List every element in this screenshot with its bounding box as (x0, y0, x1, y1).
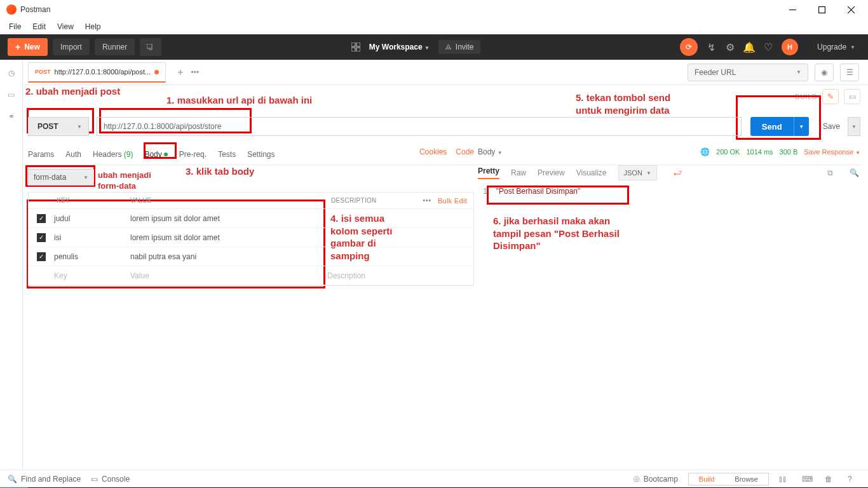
invite-icon: ⩓ (445, 43, 452, 51)
wrap-icon[interactable]: ⮐ (668, 165, 686, 180)
response-format-select[interactable]: JSON▼ (618, 165, 657, 180)
help-icon[interactable]: ? (848, 475, 860, 484)
svg-rect-4 (147, 44, 152, 48)
sync-button[interactable]: ⟳ (680, 38, 698, 56)
col-value: VALUE (130, 197, 327, 204)
window-titlebar: Postman (0, 0, 868, 19)
status-ok: 200 OK (716, 148, 740, 156)
tab-params[interactable]: Params (28, 150, 54, 163)
tab-prereq[interactable]: Pre-req. (179, 150, 207, 163)
favorite-icon[interactable]: ♡ (763, 41, 774, 53)
console-button[interactable]: ▭Console (91, 475, 130, 484)
menu-bar: File Edit View Help (0, 19, 868, 34)
bootcamp-icon: ⦾ (634, 475, 640, 484)
table-row-empty[interactable]: Key Value Description (29, 266, 473, 285)
settings-icon[interactable]: ⚙ (724, 41, 736, 53)
body-type-select[interactable]: form-data▼ (28, 169, 94, 186)
copy-icon[interactable]: ⧉ (824, 166, 836, 179)
tab-auth[interactable]: Auth (65, 150, 81, 163)
runner-button[interactable]: Runner (95, 39, 135, 55)
tab-headers[interactable]: Headers (9) (93, 150, 133, 163)
save-button[interactable]: Save (815, 117, 848, 136)
annotation-6: 6. jika berhasil maka akantampil pesan "… (493, 215, 620, 252)
upgrade-button[interactable]: Upgrade▼ (812, 39, 860, 55)
table-row[interactable]: ✓ judul lorem ipsum sit dolor amet (29, 209, 473, 228)
annotation-4: ubah menjadiform-data (98, 170, 151, 192)
find-replace-button[interactable]: 🔍Find and Replace (8, 475, 81, 484)
env-settings-button[interactable]: ☰ (840, 64, 859, 81)
annotation-3: 3. klik tab body (186, 165, 254, 178)
apis-icon[interactable]: ⚭ (8, 112, 15, 121)
bulk-edit-link[interactable]: Bulk Edit (438, 197, 473, 205)
row-checkbox[interactable]: ✓ (37, 214, 46, 223)
cookies-link[interactable]: Cookies (419, 147, 447, 156)
url-input[interactable]: http://127.0.0.1:8000/api/post/store (97, 117, 742, 136)
form-data-table: KEY VALUE DESCRIPTION ••• Bulk Edit ✓ ju… (28, 192, 474, 286)
response-body-label[interactable]: Body ▼ (478, 147, 503, 156)
svg-rect-5 (351, 43, 355, 46)
request-tab[interactable]: POST http://127.0.0.1:8000/api/post... (28, 62, 166, 83)
menu-edit[interactable]: Edit (29, 21, 50, 32)
window-title: Postman (20, 5, 778, 14)
table-row[interactable]: ✓ penulis nabil putra esa yani (29, 247, 473, 266)
body-active-dot-icon (164, 152, 168, 156)
history-icon[interactable]: ◷ (8, 69, 15, 78)
window-minimize[interactable] (778, 0, 807, 19)
capture-icon[interactable]: ↯ (705, 41, 717, 53)
new-tab-button[interactable]: + (173, 67, 187, 78)
send-button[interactable]: Send (750, 117, 794, 136)
window-close[interactable] (836, 0, 865, 19)
menu-file[interactable]: File (5, 21, 25, 32)
response-text: "Post Berhasil Disimpan" (496, 187, 581, 196)
tab-tests[interactable]: Tests (218, 150, 236, 163)
keyboard-icon[interactable]: ⌨ (802, 475, 815, 484)
import-button[interactable]: Import (53, 39, 90, 55)
col-desc: DESCRIPTION (327, 197, 416, 204)
tab-settings[interactable]: Settings (247, 150, 275, 163)
two-pane-icon[interactable]: ⫿⫿ (779, 475, 792, 484)
resp-tab-raw[interactable]: Raw (511, 168, 526, 177)
window-maximize[interactable] (807, 0, 836, 19)
save-response-link[interactable]: Save Response ▼ (804, 148, 860, 156)
workspace-dropdown[interactable]: My Workspace ▼ (369, 43, 430, 51)
tab-body[interactable]: Body (144, 150, 167, 163)
resp-tab-pretty[interactable]: Pretty (478, 166, 499, 179)
app-icon (6, 4, 17, 15)
notifications-icon[interactable]: 🔔 (743, 41, 755, 53)
svg-rect-7 (351, 48, 355, 51)
bootcamp-button[interactable]: ⦾Bootcamp (634, 475, 678, 484)
menu-help[interactable]: Help (81, 21, 105, 32)
globe-icon[interactable]: 🌐 (700, 147, 710, 156)
code-link[interactable]: Code (456, 147, 474, 156)
edit-icon[interactable]: ✎ (822, 89, 839, 104)
status-time: 1014 ms (746, 148, 773, 156)
table-row[interactable]: ✓ isi lorem ipsum sit dolor amet (29, 228, 473, 247)
left-rail: ◷ ▭ ⚭ (0, 60, 23, 470)
new-button[interactable]: +New (8, 38, 48, 56)
search-icon[interactable]: 🔍 (848, 166, 860, 179)
resp-tab-visualize[interactable]: Visualize (576, 168, 607, 177)
row-checkbox[interactable]: ✓ (37, 233, 46, 242)
status-size: 300 B (780, 148, 798, 156)
request-tab-strip: POST http://127.0.0.1:8000/api/post... +… (23, 60, 868, 85)
console-icon: ▭ (91, 475, 98, 484)
environment-select[interactable]: Feeder URL▼ (688, 64, 808, 81)
tab-overflow-button[interactable] (140, 38, 161, 56)
col-more-icon[interactable]: ••• (416, 197, 438, 204)
svg-rect-1 (818, 6, 825, 13)
mode-toggle[interactable]: BuildBrowse (688, 473, 769, 485)
collections-icon[interactable]: ▭ (8, 90, 15, 99)
resp-tab-preview[interactable]: Preview (538, 168, 565, 177)
unsaved-dot-icon (154, 70, 159, 74)
invite-button[interactable]: ⩓Invite (438, 40, 480, 54)
env-preview-button[interactable]: ◉ (815, 64, 834, 81)
send-dropdown[interactable]: ▼ (794, 117, 809, 136)
comment-icon[interactable]: ▭ (844, 89, 860, 104)
menu-view[interactable]: View (53, 21, 78, 32)
tab-more-button[interactable]: ••• (191, 68, 200, 77)
method-select[interactable]: POST▼ (28, 117, 89, 136)
trash-icon[interactable]: 🗑 (825, 475, 837, 484)
row-checkbox[interactable]: ✓ (37, 252, 46, 261)
user-avatar[interactable]: H (782, 39, 798, 55)
save-dropdown[interactable]: ▼ (848, 117, 860, 136)
